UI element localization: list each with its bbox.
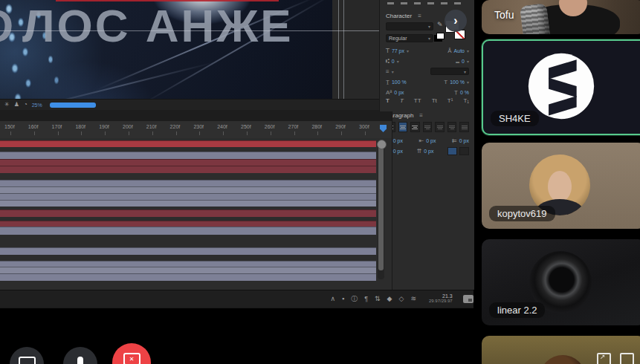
kerning-value[interactable]: 0 [392,59,395,64]
timeline-scroll-knob[interactable] [377,140,387,149]
timeline-layers[interactable] [0,138,392,286]
justify-all-button[interactable] [459,122,469,132]
tsume-icon: Ṭ [454,89,458,96]
info-icon[interactable]: ⓘ [351,294,358,304]
camera-button[interactable] [10,347,44,364]
align-center-button[interactable] [398,122,408,132]
layer-bar[interactable] [0,227,376,235]
indent-right-icon: ⇇ [452,137,457,144]
font-style-select[interactable]: Regular▾ [386,34,433,42]
leading-value[interactable]: Auto [454,48,465,53]
panel-menu-icon[interactable]: ≡ [419,112,423,119]
transfer-controls-icon[interactable]: ◆ [387,295,392,302]
stroke-over-fill-select[interactable]: ▾ [430,68,469,75]
tsume-value[interactable]: 0 % [460,90,469,95]
font-size-value[interactable]: 77 px [392,48,404,53]
ruler-tick [365,131,366,135]
space-before-value[interactable]: 0 px [393,149,403,154]
call-screen: О ЛОС АНЖЕ ✳ ♟ ◔ 25% Character ≡ [0,0,640,364]
character-panel-header[interactable]: Character ≡ [386,12,421,19]
screen-x-icon: ✕ [123,353,140,364]
text-direction-rtl-button[interactable] [459,147,469,155]
font-style-value: Regular [389,36,407,41]
zoom-level-value[interactable]: 25% [32,103,42,108]
faux-style-buttons[interactable]: TTTTTtT¹T₁ [386,97,469,104]
dropdown-icon[interactable]: ▾ [467,79,469,85]
channel-icon[interactable]: ♟ [14,102,19,108]
playhead-marker[interactable] [380,125,387,132]
dropdown-icon[interactable]: ▾ [467,59,469,64]
participant-tile-partial[interactable] [482,336,640,364]
ruler-label: 180f [75,124,85,129]
snapshot-icon[interactable]: ✳ [4,102,10,108]
space-after-value[interactable]: 0 px [424,149,433,154]
comp-preview-image: О ЛОС АНЖЕ [0,0,332,110]
microphone-button[interactable] [63,347,97,364]
expand-layers-icon[interactable]: ∧ [330,295,335,302]
composition-mini-icon[interactable] [463,295,473,303]
stop-streaming-button[interactable]: ✕ [112,343,151,364]
avatar-face [548,171,572,202]
paragraph-toggle-icon[interactable]: ¶ [364,295,368,302]
kerning-row: ⑆ 0 ▾ ⑉ 0 ▾ [386,56,469,65]
horizontal-scale-value[interactable]: 100 % [450,79,465,85]
dropdown-icon[interactable]: ▾ [397,59,399,64]
indent-left-value[interactable]: 0 px [393,138,403,143]
dropdown-icon[interactable]: ▾ [407,48,409,53]
layer-switches-icon[interactable]: ▪ [342,295,344,302]
vertical-scale-value[interactable]: 100 % [392,79,407,85]
first-line-indent-value[interactable]: 0 px [426,138,436,143]
font-family-select[interactable]: ▾ [386,22,433,30]
popout-icon[interactable] [597,353,611,364]
timeline-bottom-toolbar: ∧ ▪ ⓘ ¶ ⇅ ◆ ◇ ≋ 21.3 29.97/29.97 [0,290,473,307]
layer-bar[interactable] [0,200,376,207]
ruler-tick [294,131,295,135]
ruler-label: 170f [52,124,62,129]
participant-name: Tofu [494,9,514,21]
participant-tile-linear22[interactable]: linear 2.2 [482,239,640,325]
fullscreen-icon[interactable] [620,353,634,364]
baseline-shift-value[interactable]: 0 px [394,90,404,95]
sh4ke-avatar-logo [526,51,596,121]
participant-tile-sh4ke-speaking[interactable]: SH4KE [482,39,640,135]
dropdown-icon[interactable]: ▾ [467,48,469,53]
timeline-panel[interactable]: 150f160f170f180f190f200f210f220f230f240f… [0,111,392,290]
panel-menu-icon[interactable]: ≡ [418,13,421,19]
ruler-tick [34,131,35,135]
justify-last-left-button[interactable] [423,122,433,132]
layer-bar[interactable] [0,247,376,255]
layer-bar[interactable] [0,140,376,147]
tracking-value[interactable]: 0 [462,59,465,64]
graph-editor-icon[interactable]: ≋ [410,295,416,302]
justify-last-center-button[interactable] [435,122,445,132]
ruler-tick [10,131,11,135]
exposure-icon[interactable]: ◔ [24,102,28,108]
participant-tile-kopytov619[interactable]: kopytov619 [482,143,640,229]
motion-blur-icon[interactable]: ◇ [399,295,404,302]
tracking-icon: ⑉ [456,58,459,65]
comp-viewer-panel[interactable]: О ЛОС АНЖЕ ✳ ♟ ◔ 25% [0,0,380,110]
eyedropper-icon[interactable]: ✎ [437,21,443,28]
justify-last-right-button[interactable] [447,122,457,132]
text-direction-ltr-button[interactable] [447,147,457,155]
space-after-icon: ⇈ [417,148,422,155]
layer-bar[interactable] [0,209,376,217]
dropdown-icon[interactable]: ▾ [392,69,394,74]
expand-participants-button[interactable]: › [445,10,467,32]
layer-bar[interactable] [0,273,376,281]
ruler-label: 250f [241,124,251,129]
in-out-icon[interactable]: ⇅ [375,295,381,302]
indent-right-value[interactable]: 0 px [459,138,469,143]
red-marker-line [56,0,279,1]
timeline-scrollbar-thumb[interactable] [378,144,384,270]
indent-row: ⇥ 0 px ⇤ 0 px ⇇ 0 px [386,136,469,145]
ruler-label: 160f [28,124,39,129]
layer-bar[interactable] [0,166,376,173]
participant-tile-tofu[interactable]: Tofu [482,0,640,34]
screen-share-view[interactable]: О ЛОС АНЖЕ ✳ ♟ ◔ 25% Character ≡ [0,0,473,308]
black-white-swatches[interactable] [436,33,445,39]
comp-viewer-toolbar: ✳ ♟ ◔ 25% [0,99,379,110]
timeline-ruler[interactable]: 150f160f170f180f190f200f210f220f230f240f… [0,121,392,139]
vertical-guide [338,0,339,99]
align-right-button[interactable] [410,122,420,132]
